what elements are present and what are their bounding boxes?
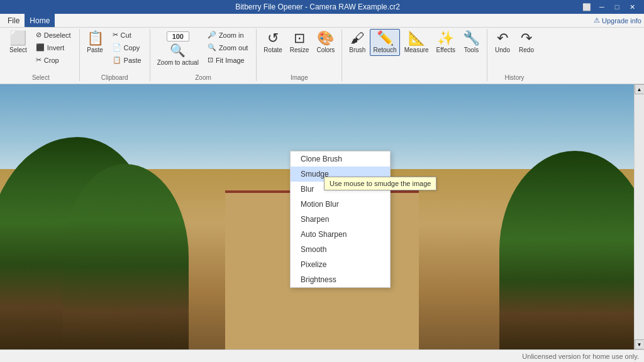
- redo-button[interactable]: ↷ Redo: [515, 29, 538, 56]
- paste-small-icon: 📋: [113, 56, 121, 64]
- zoom-in-button[interactable]: 🔎 Zoom in: [203, 29, 252, 41]
- tools-button[interactable]: 🔧 Tools: [460, 29, 483, 56]
- resize-button[interactable]: ⊡ Resize: [287, 29, 313, 56]
- select-button[interactable]: ⬜ Select: [6, 29, 30, 56]
- undo-icon: ↶: [497, 31, 508, 45]
- menu-item-home[interactable]: Home: [25, 14, 55, 27]
- smudge-tooltip: Use mouse to smudge the image: [324, 177, 436, 190]
- ribbon-group-image: ↺ Rotate ⊡ Resize 🎨 Colors Image: [257, 29, 342, 81]
- crop-button[interactable]: ✂ Crop: [31, 54, 75, 66]
- title-bar-text: Bitberry File Opener - Camera RAW Exampl…: [55, 3, 580, 11]
- scrollbar-track: [635, 94, 644, 339]
- motion-blur-item[interactable]: Motion Blur: [291, 197, 390, 212]
- rotate-icon: ↺: [267, 31, 279, 45]
- upgrade-icon: ⚠: [594, 16, 600, 25]
- effects-icon: ✨: [437, 31, 454, 45]
- clone-brush-item[interactable]: Clone Brush: [291, 151, 390, 167]
- redo-icon: ↷: [521, 31, 532, 45]
- retouch-icon: ✏️: [377, 31, 394, 45]
- ribbon-group-history: ↶ Undo ↷ Redo History: [487, 29, 541, 81]
- tools-buttons: 🖌 Brush ✏️ Retouch 📐 Measure ✨ Effects 🔧…: [346, 29, 483, 80]
- crop-icon: ✂: [36, 56, 42, 64]
- image-buttons: ↺ Rotate ⊡ Resize 🎨 Colors: [260, 29, 338, 73]
- restore-button[interactable]: ⬜: [580, 0, 594, 14]
- zoom-group-label: Zoom: [195, 73, 211, 81]
- menu-item-file[interactable]: File: [3, 14, 25, 27]
- auto-sharpen-item[interactable]: Auto Sharpen: [291, 227, 390, 242]
- effects-button[interactable]: ✨ Effects: [433, 29, 458, 56]
- colors-button[interactable]: 🎨 Colors: [313, 29, 338, 56]
- measure-icon: 📐: [408, 31, 425, 45]
- ribbon-group-zoom: 100 🔍 Zoom to actual 🔎 Zoom in 🔍 Zoom ou…: [150, 29, 257, 81]
- sharpen-item[interactable]: Sharpen: [291, 212, 390, 227]
- image-group-label: Image: [291, 73, 308, 81]
- rotate-button[interactable]: ↺ Rotate: [260, 29, 285, 56]
- maximize-button[interactable]: □: [610, 0, 624, 14]
- retouch-button[interactable]: ✏️ Retouch: [370, 29, 399, 56]
- zoom-in-out-group: 🔎 Zoom in 🔍 Zoom out ⊡ Fit Image: [203, 29, 252, 66]
- zoom-out-icon: 🔍: [208, 43, 216, 52]
- tree-left2: [63, 164, 189, 349]
- paste-icon: 📋: [87, 31, 104, 45]
- title-bar: Bitberry File Opener - Camera RAW Exampl…: [0, 0, 644, 14]
- fit-image-button[interactable]: ⊡ Fit Image: [203, 54, 252, 66]
- clipboard-buttons: 📋 Paste ✂ Cut 📄 Copy 📋 Paste: [84, 29, 146, 73]
- colors-icon: 🎨: [317, 31, 334, 45]
- zoom-count: 100: [167, 31, 189, 41]
- select-icon: ⬜: [9, 31, 26, 45]
- content-area: ▲ ▼ Clone Brush Smudge Blur Motion Blur …: [0, 84, 644, 349]
- copy-button[interactable]: 📄 Copy: [108, 41, 146, 53]
- paste-small-button[interactable]: 📋 Paste: [108, 54, 146, 66]
- tools-icon: 🔧: [463, 31, 480, 45]
- invert-crop-group: ⊘ Deselect ⬛ Invert ✂ Crop: [31, 29, 75, 66]
- pixelize-item[interactable]: Pixelize: [291, 257, 390, 272]
- zoom-actual-icon: 🔍: [170, 43, 186, 58]
- status-text: Unlicensed version for home use only.: [522, 353, 639, 360]
- deselect-button[interactable]: ⊘ Deselect: [31, 29, 75, 41]
- clipboard-group-label: Clipboard: [101, 73, 128, 81]
- history-group-label: History: [504, 73, 524, 81]
- cut-copy-group: ✂ Cut 📄 Copy 📋 Paste: [108, 29, 146, 66]
- retouch-dropdown: Clone Brush Smudge Blur Motion Blur Shar…: [290, 151, 391, 288]
- copy-icon: 📄: [113, 43, 121, 52]
- close-button[interactable]: ✕: [625, 0, 639, 14]
- measure-button[interactable]: 📐 Measure: [401, 29, 432, 56]
- scroll-up-button[interactable]: ▲: [635, 84, 645, 94]
- brush-button[interactable]: 🖌 Brush: [346, 29, 369, 56]
- brightness-item[interactable]: Brightness: [291, 272, 390, 287]
- zoom-in-icon: 🔎: [208, 31, 216, 39]
- invert-icon: ⬛: [36, 43, 45, 52]
- menu-bar: File Home ⚠ Upgrade info: [0, 14, 644, 28]
- ribbon: ⬜ Select ⊘ Deselect ⬛ Invert ✂ Crop Sele…: [0, 28, 644, 84]
- select-buttons: ⬜ Select ⊘ Deselect ⬛ Invert ✂ Crop: [6, 29, 75, 73]
- fit-icon: ⊡: [208, 56, 213, 64]
- minimize-button[interactable]: ─: [595, 0, 609, 14]
- ribbon-group-select: ⬜ Select ⊘ Deselect ⬛ Invert ✂ Crop Sele…: [3, 29, 80, 81]
- undo-button[interactable]: ↶ Undo: [491, 29, 514, 56]
- zoom-actual-button[interactable]: 100 🔍 Zoom to actual: [154, 29, 202, 69]
- status-bar: Unlicensed version for home use only.: [0, 349, 644, 362]
- select-group-label: Select: [32, 73, 50, 81]
- right-scrollbar: ▲ ▼: [634, 84, 644, 349]
- resize-icon: ⊡: [294, 31, 305, 45]
- smooth-item[interactable]: Smooth: [291, 242, 390, 257]
- cut-icon: ✂: [113, 31, 118, 39]
- ribbon-group-tools: 🖌 Brush ✏️ Retouch 📐 Measure ✨ Effects 🔧…: [342, 29, 487, 81]
- ribbon-group-clipboard: 📋 Paste ✂ Cut 📄 Copy 📋 Paste Clipboard: [80, 29, 150, 81]
- deselect-icon: ⊘: [36, 31, 42, 39]
- invert-button[interactable]: ⬛ Invert: [31, 41, 75, 53]
- cut-button[interactable]: ✂ Cut: [108, 29, 146, 41]
- title-bar-controls: ⬜ ─ □ ✕: [580, 0, 639, 14]
- zoom-out-button[interactable]: 🔍 Zoom out: [203, 41, 252, 53]
- history-buttons: ↶ Undo ↷ Redo: [491, 29, 538, 73]
- zoom-buttons: 100 🔍 Zoom to actual 🔎 Zoom in 🔍 Zoom ou…: [154, 29, 253, 73]
- scroll-down-button[interactable]: ▼: [635, 339, 645, 349]
- tree-right: [499, 151, 644, 350]
- brush-icon: 🖌: [350, 31, 364, 45]
- paste-button[interactable]: 📋 Paste: [84, 29, 107, 56]
- upgrade-info[interactable]: ⚠ Upgrade info: [594, 16, 641, 25]
